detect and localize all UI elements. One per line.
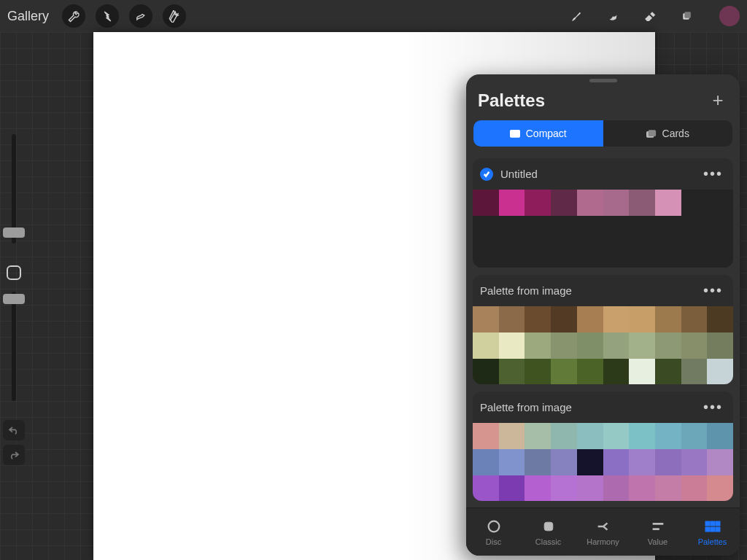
undo-button[interactable] [3, 420, 25, 440]
swatch[interactable] [707, 423, 733, 449]
panel-grabber[interactable] [589, 79, 617, 82]
swatch[interactable] [525, 449, 551, 475]
swatch[interactable] [525, 332, 551, 359]
swatch[interactable] [655, 190, 681, 216]
swatch[interactable] [577, 475, 603, 502]
swatch[interactable] [499, 359, 525, 385]
swatch[interactable] [551, 475, 577, 502]
opacity-slider[interactable] [12, 292, 16, 401]
palette-name[interactable]: Palette from image [480, 284, 700, 297]
swatch[interactable] [707, 306, 733, 332]
swatch[interactable] [603, 216, 630, 242]
swatch[interactable] [577, 241, 603, 268]
tab-classic[interactable]: Classic [521, 508, 576, 556]
layers-icon[interactable] [677, 7, 694, 25]
swatch[interactable] [577, 449, 603, 475]
smudge-icon[interactable] [604, 7, 622, 25]
swatch[interactable] [603, 423, 630, 449]
swatch[interactable] [551, 423, 577, 449]
palette-name[interactable]: Untitled [500, 168, 700, 180]
wrench-icon[interactable] [62, 4, 85, 28]
swatch[interactable] [577, 190, 603, 216]
swatch[interactable] [525, 216, 551, 242]
swatch[interactable] [655, 241, 681, 268]
active-color-chip[interactable] [719, 6, 740, 26]
swatch[interactable] [499, 190, 525, 216]
add-palette-button[interactable]: + [708, 89, 728, 112]
swatch[interactable] [707, 475, 733, 502]
swatch[interactable] [681, 241, 708, 268]
swatch[interactable] [551, 306, 577, 332]
redo-button[interactable] [3, 445, 25, 465]
palette-more-button[interactable]: ••• [700, 282, 726, 299]
swatch[interactable] [577, 216, 603, 242]
swatch[interactable] [603, 359, 630, 385]
swatch[interactable] [499, 216, 525, 242]
tab-disc[interactable]: Disc [466, 508, 521, 556]
swatch[interactable] [473, 475, 499, 502]
swatch[interactable] [603, 190, 630, 216]
swatch[interactable] [707, 216, 733, 242]
swatch[interactable] [551, 359, 577, 385]
tab-palettes[interactable]: Palettes [685, 508, 740, 556]
swatch[interactable] [499, 449, 525, 475]
swatch[interactable] [525, 423, 551, 449]
swatch[interactable] [499, 423, 525, 449]
swatch[interactable] [525, 241, 551, 268]
swatch[interactable] [629, 359, 655, 385]
swatch[interactable] [499, 332, 525, 359]
swatch[interactable] [577, 306, 603, 332]
swatch[interactable] [681, 190, 708, 216]
swatch[interactable] [629, 216, 655, 242]
swatch[interactable] [603, 241, 630, 268]
swatch[interactable] [499, 475, 525, 502]
swatch[interactable] [655, 359, 681, 385]
swatch[interactable] [499, 306, 525, 332]
swatch[interactable] [525, 190, 551, 216]
swatch[interactable] [655, 449, 681, 475]
swatch[interactable] [551, 241, 577, 268]
swatch[interactable] [681, 216, 708, 242]
swatch[interactable] [629, 423, 655, 449]
swatch[interactable] [629, 449, 655, 475]
palette-more-button[interactable]: ••• [700, 399, 726, 416]
seg-compact[interactable]: Compact [473, 120, 603, 147]
swatch[interactable] [629, 332, 655, 359]
swatch[interactable] [707, 449, 733, 475]
swatch[interactable] [473, 190, 499, 216]
swatch[interactable] [707, 332, 733, 359]
swatch[interactable] [707, 241, 733, 268]
swatch[interactable] [681, 359, 708, 385]
swatch[interactable] [577, 359, 603, 385]
swatch[interactable] [603, 475, 630, 502]
swatch[interactable] [629, 241, 655, 268]
selected-check-icon[interactable] [480, 168, 493, 181]
swatch[interactable] [473, 241, 499, 268]
palette-more-button[interactable]: ••• [700, 166, 726, 182]
swatch[interactable] [525, 306, 551, 332]
seg-cards[interactable]: Cards [603, 120, 733, 147]
transform-icon[interactable] [163, 4, 186, 28]
tab-value[interactable]: Value [630, 508, 685, 556]
brush-size-slider[interactable] [12, 134, 16, 244]
modify-button[interactable] [7, 265, 21, 280]
swatch[interactable] [603, 306, 630, 332]
swatch[interactable] [551, 449, 577, 475]
swatch[interactable] [551, 332, 577, 359]
swatch[interactable] [603, 449, 630, 475]
swatch[interactable] [707, 359, 733, 385]
swatch[interactable] [655, 332, 681, 359]
selection-icon[interactable] [129, 4, 152, 28]
swatch[interactable] [655, 423, 681, 449]
swatch[interactable] [473, 306, 499, 332]
swatch[interactable] [681, 306, 708, 332]
swatch[interactable] [525, 475, 551, 502]
swatch[interactable] [655, 475, 681, 502]
eraser-icon[interactable] [640, 7, 658, 25]
swatch[interactable] [473, 216, 499, 242]
adjustments-icon[interactable] [96, 4, 119, 28]
swatch[interactable] [473, 359, 499, 385]
swatch[interactable] [551, 190, 577, 216]
swatch[interactable] [577, 332, 603, 359]
swatch[interactable] [473, 449, 499, 475]
